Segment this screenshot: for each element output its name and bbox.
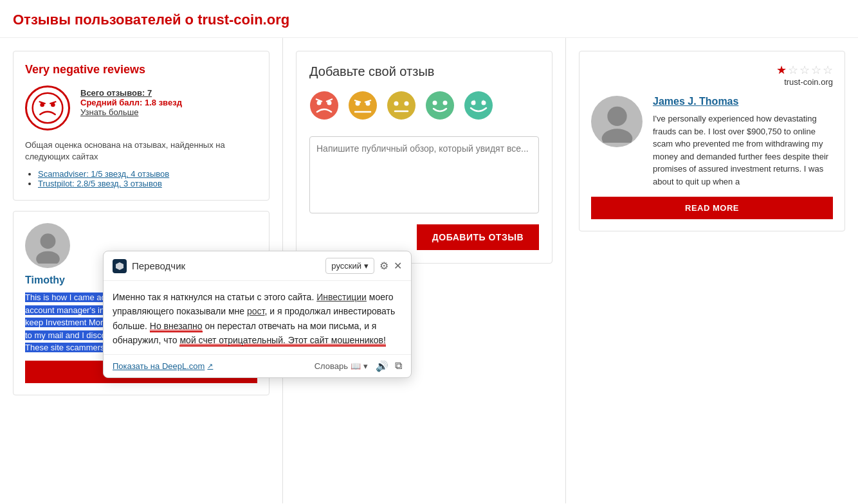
emoji-happy[interactable] [425, 91, 455, 126]
svg-point-5 [40, 233, 55, 249]
lang-label: русский [331, 261, 361, 271]
page-title: Отзывы пользователей о trust-coin.org [13, 12, 845, 28]
svg-point-0 [33, 93, 63, 123]
james-read-more-button[interactable]: READ MORE [591, 197, 833, 219]
star-2: ☆ [788, 63, 798, 77]
svg-point-20 [405, 102, 409, 106]
deepl-logo-icon [113, 259, 127, 273]
james-avatar [591, 96, 643, 147]
svg-point-31 [601, 129, 632, 143]
svg-point-22 [426, 91, 454, 120]
james-name: James J. Thomas [653, 96, 833, 107]
footer-icons: 🔊 ⧉ [376, 360, 402, 372]
chevron-down-icon: ▾ [364, 261, 369, 271]
stars-rating: ★ ☆ ☆ ☆ ☆ [776, 63, 833, 77]
james-info: James J. Thomas I've personally experien… [653, 96, 833, 188]
james-review: I've personally experienced how devastat… [653, 113, 833, 188]
reviewed-site-name: trust-coin.org [776, 77, 833, 87]
svg-point-24 [443, 101, 448, 105]
source-scamadviser-link[interactable]: Scamadviser: 1/5 звезд, 4 отзывов [38, 169, 169, 179]
add-review-box: Добавьте свой отзыв [296, 51, 552, 264]
popup-footer: Показать на DeepL.com ↗ Словарь 📖 ▾ 🔊 ⧉ [104, 354, 411, 377]
emoji-neutral[interactable] [387, 91, 416, 126]
svg-text:★: ★ [481, 99, 485, 104]
lang-selector[interactable]: русский ▾ [325, 258, 374, 274]
add-review-button[interactable]: ДОБАВИТЬ ОТЗЫВ [417, 224, 539, 250]
copy-icon[interactable]: ⧉ [395, 360, 402, 372]
source-item[interactable]: Trustpilot: 2.8/5 звезд, 3 отзывов [38, 179, 257, 188]
but-suddenly-span: Но внезапно [150, 321, 203, 332]
star-1: ★ [776, 63, 787, 77]
star-3: ☆ [799, 63, 810, 77]
svg-point-12 [349, 91, 377, 120]
popup-body: Именно так я наткнулся на статьи с этого… [104, 281, 411, 354]
avg-score: Средний балл: 1.8 звезд [80, 98, 182, 107]
svg-point-19 [394, 102, 399, 106]
add-review-title: Добавьте свой отзыв [309, 64, 539, 79]
neg-sources-list: Scamadviser: 1/5 звезд, 4 отзывов Trustp… [25, 169, 257, 188]
translation-text: Именно так я наткнулся на статьи с этого… [113, 290, 402, 348]
external-link-icon: ↗ [207, 362, 213, 370]
negative-reviews-title: Very negative reviews [25, 63, 257, 76]
settings-icon[interactable]: ⚙ [379, 260, 388, 272]
popup-header: Переводчик русский ▾ ⚙ ✕ [104, 251, 411, 281]
emoji-very-angry[interactable] [309, 91, 339, 126]
close-icon[interactable]: ✕ [394, 260, 402, 272]
source-trustpilot-link[interactable]: Trustpilot: 2.8/5 звезд, 3 отзывов [38, 179, 162, 188]
svg-point-23 [433, 101, 437, 105]
review-textarea[interactable] [309, 136, 539, 213]
translation-popup: Переводчик русский ▾ ⚙ ✕ Именно так я на… [103, 251, 412, 378]
angry-face-icon [25, 86, 70, 130]
james-body: James J. Thomas I've personally experien… [591, 96, 833, 188]
speaker-icon[interactable]: 🔊 [376, 360, 388, 372]
dictionary-button[interactable]: Словарь 📖 ▾ [315, 361, 368, 371]
svg-point-6 [36, 251, 60, 264]
emoji-row: ★ ★ [309, 91, 539, 126]
neg-description: Общая оценка основана на отзывах, найден… [25, 140, 257, 163]
star-5: ☆ [823, 63, 833, 77]
emoji-very-happy[interactable]: ★ ★ [464, 91, 493, 126]
chevron-down-dict-icon: ▾ [363, 361, 368, 371]
total-reviews: Всего отзывов: 7 [80, 88, 182, 98]
growth-link: рост [247, 306, 264, 316]
neg-summary: Всего отзывов: 7 Средний балл: 1.8 звезд… [25, 86, 257, 130]
svg-text:★: ★ [472, 99, 476, 104]
negative-account-span: мой счет отрицательный. Этот сайт мошенн… [179, 335, 385, 346]
neg-stats: Всего отзывов: 7 Средний балл: 1.8 звезд… [80, 86, 182, 117]
star-4: ☆ [811, 63, 821, 77]
timothy-avatar [25, 223, 70, 268]
learn-more-link[interactable]: Узнать больше [80, 107, 182, 117]
book-icon: 📖 [351, 361, 361, 371]
svg-point-25 [464, 91, 493, 120]
james-header: ★ ☆ ☆ ☆ ☆ trust-coin.org [591, 63, 833, 87]
page-header: Отзывы пользователей о trust-coin.org [0, 0, 858, 38]
deepl-external-link[interactable]: Показать на DeepL.com ↗ [113, 361, 213, 371]
negative-reviews-box: Very negative reviews Всего отзывов: 7 С… [13, 51, 269, 201]
right-panel: ★ ☆ ☆ ☆ ☆ trust-coin.org [566, 38, 858, 503]
svg-point-7 [310, 91, 338, 120]
svg-point-18 [387, 91, 415, 120]
svg-point-30 [607, 106, 626, 125]
james-card: ★ ☆ ☆ ☆ ☆ trust-coin.org [579, 51, 845, 231]
emoji-annoyed[interactable] [348, 91, 378, 126]
popup-title: Переводчик [132, 260, 320, 271]
investments-link: Инвестиции [316, 292, 367, 302]
source-item[interactable]: Scamadviser: 1/5 звезд, 4 отзывов [38, 169, 257, 179]
